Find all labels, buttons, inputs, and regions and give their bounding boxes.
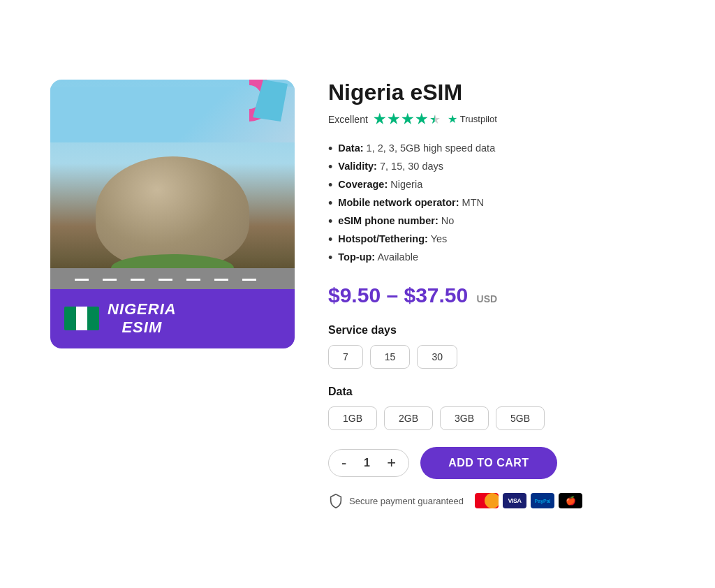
service-days-options: 7 15 30: [328, 345, 665, 369]
feature-hotspot: Hotspot/Tethering: Yes: [328, 230, 665, 249]
rating-label: Excellent: [328, 114, 368, 125]
stars: [374, 113, 442, 126]
zuma-rock: [96, 156, 249, 268]
mastercard-icon: [475, 493, 499, 508]
data-label: Data: [328, 385, 665, 398]
flag-right-green: [87, 307, 99, 330]
star-2: [388, 113, 400, 126]
price-from: $9.50: [328, 284, 381, 307]
rating-row: Excellent ★ Trustpilot: [328, 112, 665, 126]
feature-network: Mobile network operator: MTN: [328, 194, 665, 212]
product-image: [50, 80, 295, 289]
currency-label: USD: [477, 293, 498, 304]
data-option-1gb[interactable]: 1GB: [328, 406, 377, 430]
feature-coverage: Coverage: Nigeria: [328, 176, 665, 194]
cart-row: - 1 + ADD TO CART: [328, 447, 665, 479]
feature-phone-number: eSIM phone number: No: [328, 212, 665, 230]
trustpilot-badge: ★ Trustpilot: [448, 112, 497, 126]
data-option-5gb[interactable]: 5GB: [496, 406, 545, 430]
star-half: [429, 113, 442, 126]
quantity-increase-button[interactable]: +: [377, 450, 406, 476]
secure-payment-label: Secure payment guaranteed: [349, 496, 464, 506]
feature-topup: Top-up: Available: [328, 249, 665, 267]
features-list: Data: 1, 2, 3, 5GB high speed data Valid…: [328, 140, 665, 267]
service-days-label: Service days: [328, 324, 665, 337]
flag-left-green: [64, 307, 76, 330]
trustpilot-icon: ★: [448, 112, 457, 126]
nigeria-flag: [64, 307, 99, 330]
flag-banner: NIGERIA ESIM: [50, 289, 295, 348]
data-option-2gb[interactable]: 2GB: [384, 406, 433, 430]
price-range: $9.50 – $37.50 USD: [328, 284, 665, 307]
star-1: [374, 113, 386, 126]
feature-validity: Validity: 7, 15, 30 days: [328, 158, 665, 176]
secure-payment-row: Secure payment guaranteed VISA PayPal 🍎: [328, 493, 665, 508]
data-options: 1GB 2GB 3GB 5GB: [328, 406, 665, 430]
product-title: Nigeria eSIM: [328, 80, 665, 105]
trustpilot-label: Trustpilot: [460, 114, 497, 124]
star-3: [401, 113, 414, 126]
data-option-3gb[interactable]: 3GB: [440, 406, 489, 430]
paypal-icon: PayPal: [531, 493, 554, 508]
flag-text: NIGERIA ESIM: [108, 300, 177, 337]
shield-icon: [328, 493, 344, 508]
day-option-7[interactable]: 7: [328, 345, 363, 369]
payment-icons: VISA PayPal 🍎: [475, 493, 582, 508]
star-4: [415, 113, 428, 126]
apple-pay-icon: 🍎: [559, 493, 582, 508]
product-container: NIGERIA ESIM Nigeria eSIM Excellent ★ Tr…: [22, 52, 693, 536]
road: [50, 268, 295, 289]
day-option-30[interactable]: 30: [417, 345, 457, 369]
price-separator: –: [386, 284, 404, 307]
quantity-value: 1: [356, 451, 377, 475]
feature-data: Data: 1, 2, 3, 5GB high speed data: [328, 140, 665, 158]
product-image-wrapper: NIGERIA ESIM: [50, 80, 295, 348]
quantity-control: - 1 +: [328, 449, 409, 477]
product-info: Nigeria eSIM Excellent ★ Trustpilot Data…: [328, 80, 665, 508]
quantity-decrease-button[interactable]: -: [332, 450, 356, 476]
flag-white: [76, 307, 88, 330]
add-to-cart-button[interactable]: ADD TO CART: [420, 447, 556, 479]
price-to: $37.50: [404, 284, 468, 307]
visa-icon: VISA: [503, 493, 526, 508]
day-option-15[interactable]: 15: [370, 345, 411, 369]
